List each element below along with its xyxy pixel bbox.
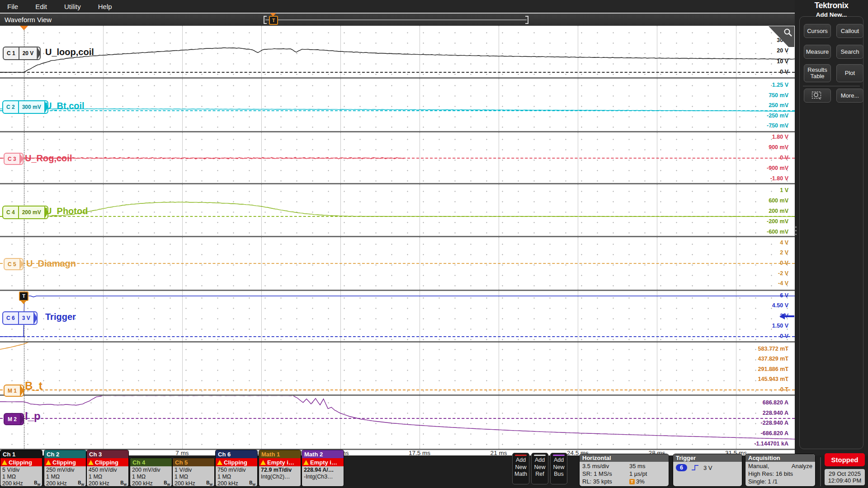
bandwidth-limit-icon: BW: [78, 480, 84, 486]
menu-edit[interactable]: Edit: [35, 3, 47, 10]
menu-file[interactable]: File: [7, 3, 18, 10]
trigger-level-marker[interactable]: T: [19, 291, 28, 301]
trigger-level-arrow-icon[interactable]: [779, 313, 795, 319]
horizontal-panel[interactable]: Horizontal 3.5 ms/div35 msSR: 1 MS/s1 µs…: [580, 454, 669, 486]
channel-badge-ch4[interactable]: C 4200 mV: [2, 206, 48, 219]
waveform-view-titlebar: Waveform View T: [0, 14, 795, 26]
horizontal-value: 3%: [636, 478, 645, 485]
time-tick-label: 17.5 ms: [409, 450, 430, 456]
channel-settings-badge-ch3[interactable]: Ch 3Clipping450 mV/div1 MΩ200 kHzBW: [87, 450, 128, 486]
trigger-t-icon: T: [269, 16, 278, 25]
callout-button[interactable]: Callout: [836, 24, 863, 38]
record-bar-left-bracket[interactable]: [264, 16, 267, 24]
acquisition-value: Analyze: [792, 463, 812, 469]
alert-text: Clipping: [224, 459, 247, 466]
waveform-slice-ch1: 30 V20 V10 V0 V: [0, 26, 795, 77]
arrow-tail: [784, 315, 794, 317]
channel-scale: 3 V: [18, 312, 33, 324]
badge-setting: 450 mV/div: [89, 467, 117, 473]
add-new-math-button[interactable]: AddNewMath: [512, 453, 529, 484]
warning-icon: [88, 460, 94, 465]
badge-setting: 1 MΩ: [217, 474, 231, 480]
badge-setting: 228.94 A/…: [304, 467, 334, 473]
waveform-slice-ch5: 4 V2 V0 V-2 V-4 V: [0, 237, 795, 290]
record-view-bar[interactable]: T: [265, 15, 527, 25]
badge-arrow-tip: [19, 258, 24, 270]
channel-settings-badge-ch1[interactable]: Ch 1Clipping5 V/div1 MΩ200 kHzBW: [0, 450, 42, 486]
date-text: 29 Oct 2025: [829, 470, 861, 477]
channel-settings-badge-math2[interactable]: Math 2Empty i…228.94 A/…-Intg(Ch3…: [302, 450, 344, 486]
badge-setting: 1 MΩ: [46, 474, 60, 480]
panel-drag-handle[interactable]: [795, 224, 797, 237]
badge-alert: Empty i…: [259, 458, 301, 466]
channel-settings-badge-math1[interactable]: Math 1Empty i…72.9 mT/divIntg(Ch2)…: [259, 450, 301, 486]
trace-label-math1[interactable]: B_t: [25, 380, 42, 392]
waveform-slice-ch4: 1 V600 mV200 mV-200 mV-600 mV: [0, 184, 795, 236]
plot-button[interactable]: Plot: [836, 64, 863, 82]
trace-label-ch1[interactable]: U_loop,coil: [45, 47, 94, 57]
run-stop-status-button[interactable]: Stopped: [825, 453, 865, 466]
bandwidth-limit-icon: BW: [120, 480, 127, 486]
channel-settings-badge-ch5[interactable]: Ch 51 V/div1 MΩ200 kHzBW: [173, 458, 214, 486]
trace-label-ch3[interactable]: U_Rog,coil: [25, 153, 72, 164]
acquisition-setting: Manual,: [748, 463, 769, 469]
datetime-display: 29 Oct 2025 12:09:40 PM: [825, 469, 865, 485]
channel-badge-ch6[interactable]: C 63 V: [2, 311, 38, 325]
badge-alert: Empty i…: [302, 458, 344, 466]
channel-badge-ch1[interactable]: C 120 V: [3, 47, 41, 60]
horizontal-setting: 3.5 ms/div: [582, 463, 629, 469]
badge-setting: 750 mV/div: [217, 467, 246, 473]
add-new-bus-button[interactable]: AddNewBus: [550, 453, 567, 484]
menu-help[interactable]: Help: [98, 3, 112, 10]
slice-divider: [0, 77, 795, 79]
panel-divider: [803, 86, 860, 86]
badge-channel-name: Ch 1: [0, 450, 42, 458]
channel-scale: 200 mV: [18, 206, 44, 218]
trace-math1: [0, 343, 795, 394]
trigger-panel[interactable]: Trigger 6 3 V: [673, 454, 742, 486]
trace-label-ch4[interactable]: U_Photod: [45, 206, 88, 216]
badge-setting: 1 MΩ: [175, 474, 188, 480]
channel-badge-math2[interactable]: M 2: [4, 413, 24, 425]
bandwidth-limit-icon: BW: [34, 480, 40, 486]
acquisition-panel[interactable]: Acquisition Manual,AnalyzeHigh Res: 16 b…: [745, 454, 815, 486]
warning-icon: [2, 460, 7, 465]
channel-badge-ch2[interactable]: C 2300 mV: [2, 100, 48, 114]
channel-badge-math1[interactable]: M 1: [4, 385, 24, 397]
zoom-region-button[interactable]: [804, 89, 831, 103]
channel-badge-ch3[interactable]: C 3: [4, 153, 24, 165]
trigger-position-triangle-icon[interactable]: [20, 26, 28, 30]
acquisition-panel-body: Manual,AnalyzeHigh Res: 16 bitsSingle: 1…: [745, 462, 815, 486]
channel-settings-badge-ch2[interactable]: Ch 2Clipping250 mV/div1 MΩ200 kHzBW: [44, 450, 86, 486]
cursors-button[interactable]: Cursors: [804, 24, 831, 38]
slice-divider: [0, 183, 795, 184]
channel-id: C 3: [5, 154, 19, 164]
trace-label-ch6[interactable]: Trigger: [45, 312, 76, 322]
measure-button[interactable]: Measure: [804, 45, 831, 59]
alert-text: Clipping: [52, 459, 76, 466]
record-bar-right-bracket[interactable]: [525, 16, 528, 24]
waveform-slice-ch3: 1.80 V900 mV0 V-900 mV-1.80 V: [0, 132, 795, 183]
results-table-button[interactable]: Results Table: [804, 64, 831, 82]
trace-label-ch2[interactable]: U_Bt,coil: [45, 101, 85, 111]
badge-setting: 200 kHz: [217, 480, 238, 487]
badge-setting: 5 V/div: [2, 467, 19, 473]
channel-badge-ch5[interactable]: C 5: [4, 258, 24, 270]
channel-settings-badge-ch4[interactable]: Ch 4200 mV/div1 MΩ200 kHzBW: [130, 458, 172, 486]
search-button[interactable]: Search: [836, 45, 863, 59]
add-new-heading: Add New...: [795, 11, 868, 18]
menu-utility[interactable]: Utility: [64, 3, 81, 10]
badge-setting: 200 mV/div: [132, 467, 160, 473]
badge-setting: 1 V/div: [175, 467, 192, 473]
channel-settings-badge-ch6[interactable]: Ch 6Clipping750 mV/div1 MΩ200 kHzBW: [216, 450, 257, 486]
add-new-ref-button[interactable]: AddNewRef: [531, 453, 548, 484]
trigger-position-marker[interactable]: T: [269, 14, 277, 26]
trace-label-math2[interactable]: I_p: [25, 410, 41, 422]
waveform-plot[interactable]: 686.820 A228.940 A-228.940 A-686.820 A-1…: [0, 26, 795, 455]
trace-label-ch5[interactable]: U_Diamagn: [26, 258, 76, 269]
trace-ch6: [0, 291, 795, 341]
zero-baseline-ch5: [0, 263, 795, 264]
more-button[interactable]: More...: [836, 89, 863, 103]
bottom-bar-divider: [820, 457, 821, 486]
trigger-time-line: [24, 26, 24, 449]
